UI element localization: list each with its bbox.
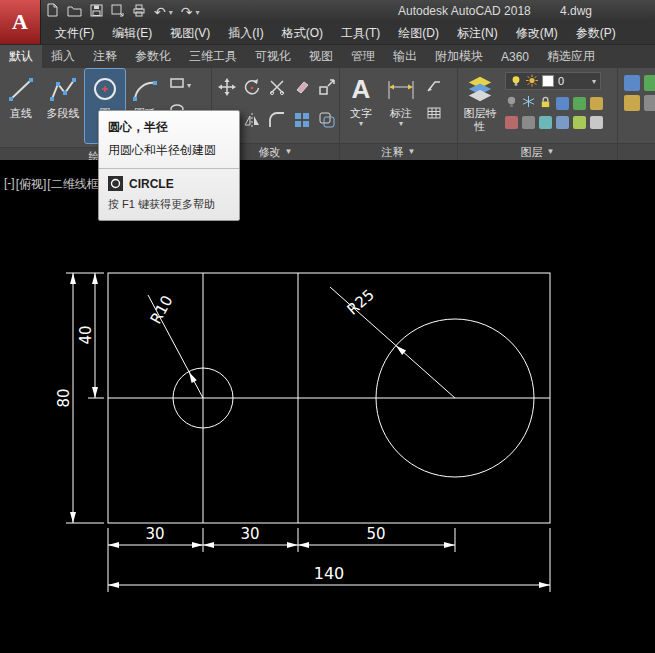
application-menu-button[interactable]: A (0, 0, 41, 44)
menu-view[interactable]: 视图(V) (161, 22, 219, 45)
menu-tools[interactable]: 工具(T) (332, 22, 389, 45)
tab-add-ins[interactable]: 附加模块 (426, 45, 492, 68)
menu-parametric[interactable]: 参数(P) (567, 22, 625, 45)
tooltip-description: 用圆心和半径创建圆 (108, 142, 230, 159)
menu-insert[interactable]: 插入(I) (219, 22, 272, 45)
undo-icon[interactable]: ↶ (154, 5, 166, 19)
save-as-icon[interactable] (111, 3, 124, 21)
drawing-canvas[interactable]: 40 80 30 30 50 140 R10 R25 (0, 160, 655, 653)
modify-panel-expand-icon[interactable]: ▼ (285, 144, 293, 160)
tab-home[interactable]: 默认 (0, 45, 42, 68)
array-icon[interactable] (293, 111, 311, 133)
menu-format[interactable]: 格式(O) (273, 22, 332, 45)
layer-walk-icon[interactable] (590, 97, 603, 110)
radius-text-r10[interactable]: R10 (147, 292, 177, 327)
tooltip-title: 圆心，半径 (108, 119, 230, 136)
annotation-panel-label[interactable]: 注释▼ (340, 143, 457, 160)
tab-manage[interactable]: 管理 (342, 45, 384, 68)
polyline-icon (49, 71, 77, 107)
menu-dimension[interactable]: 标注(N) (448, 22, 507, 45)
scale-icon[interactable] (318, 78, 336, 100)
mirror-icon[interactable] (243, 111, 261, 133)
dim-text-50[interactable]: 50 (366, 525, 385, 543)
view-control[interactable]: [俯视] (16, 176, 47, 193)
redo-icon[interactable]: ↷ (181, 5, 193, 19)
layer-controls: 0 ▾ (505, 72, 603, 129)
offset-icon[interactable] (318, 111, 336, 133)
tab-visualize[interactable]: 可视化 (246, 45, 300, 68)
layer-properties-icon (466, 71, 494, 107)
text-button[interactable]: A 文字 ▾ (341, 69, 381, 143)
rectangle-dropdown-icon[interactable]: ▾ (187, 81, 191, 90)
dim-text-140[interactable]: 140 (314, 564, 345, 583)
dim-text-30b[interactable]: 30 (240, 525, 259, 543)
tab-3d-tools[interactable]: 三维工具 (180, 45, 246, 68)
rotate-icon[interactable] (243, 78, 261, 100)
dimension-dropdown-icon[interactable]: ▾ (399, 120, 403, 128)
text-dropdown-icon[interactable]: ▾ (359, 120, 363, 128)
menu-modify[interactable]: 修改(M) (507, 22, 567, 45)
layer-properties-label: 图层特性 (459, 107, 501, 133)
layer-unlock-icon[interactable] (573, 116, 586, 129)
dim-text-80[interactable]: 80 (55, 388, 73, 407)
autocad-logo-icon: A (12, 9, 28, 35)
rectangle-icon[interactable] (169, 75, 185, 95)
layer-isolate-icon[interactable] (556, 97, 569, 110)
radius-text-r25[interactable]: R25 (344, 286, 378, 319)
layer-freeze-icon[interactable] (522, 94, 535, 112)
move-icon[interactable] (218, 78, 236, 100)
layer-merge-icon[interactable] (505, 116, 518, 129)
dimension-button[interactable]: 标注 ▾ (381, 69, 421, 143)
clipped-panel-tools (624, 75, 655, 111)
layer-previous-icon[interactable] (539, 116, 552, 129)
redo-dropdown-icon[interactable]: ▾ (195, 8, 199, 17)
line-button[interactable]: 直线 (1, 69, 41, 143)
measure-icon[interactable] (624, 95, 640, 111)
quick-access-toolbar: ↶ ▾ ↷ ▾ (46, 3, 200, 21)
menu-draw[interactable]: 绘图(D) (389, 22, 448, 45)
layer-lock-icon[interactable] (539, 94, 552, 112)
layer-sun-icon (526, 74, 538, 89)
tab-insert[interactable]: 插入 (42, 45, 84, 68)
dim-text-30a[interactable]: 30 (145, 525, 164, 543)
dimension-icon (386, 71, 416, 107)
tab-featured-apps[interactable]: 精选应用 (538, 45, 604, 68)
open-file-icon[interactable] (67, 3, 82, 21)
fillet-icon[interactable] (268, 111, 286, 133)
table-icon[interactable] (426, 105, 442, 125)
visual-style-control[interactable]: [二维线框] (47, 176, 102, 193)
layer-state-icon[interactable] (556, 116, 569, 129)
polyline-button[interactable]: 多段线 (41, 69, 85, 143)
block-icon[interactable] (624, 75, 640, 91)
layer-delete-icon[interactable] (522, 116, 535, 129)
layer-off-icon[interactable] (505, 94, 518, 112)
plot-icon[interactable] (132, 3, 146, 21)
annotation-panel-expand-icon[interactable]: ▼ (408, 144, 416, 160)
erase-icon[interactable] (293, 78, 311, 100)
menu-file[interactable]: 文件(F) (46, 22, 103, 45)
menu-edit[interactable]: 编辑(E) (103, 22, 161, 45)
layers-panel-expand-icon[interactable]: ▼ (547, 144, 555, 160)
dim-text-40[interactable]: 40 (77, 325, 95, 344)
layer-match-icon[interactable] (573, 97, 586, 110)
group-icon[interactable] (644, 75, 655, 91)
tab-output[interactable]: 输出 (384, 45, 426, 68)
layer-fade-icon[interactable] (590, 116, 603, 129)
layer-select[interactable]: 0 ▾ (505, 72, 601, 90)
viewport-menu-control[interactable]: [-] (4, 176, 15, 193)
undo-dropdown-icon[interactable]: ▾ (169, 8, 173, 17)
save-icon[interactable] (90, 3, 103, 21)
viewport-controls: [-] [俯视] [二维线框] (4, 176, 102, 193)
layer-select-dropdown-icon[interactable]: ▾ (592, 77, 596, 86)
tab-annotate[interactable]: 注释 (84, 45, 126, 68)
layer-properties-button[interactable]: 图层特性 (459, 69, 501, 143)
tab-view[interactable]: 视图 (300, 45, 342, 68)
tab-a360[interactable]: A360 (492, 45, 538, 68)
tab-parametric[interactable]: 参数化 (126, 45, 180, 68)
model-space-canvas[interactable]: [-] [俯视] [二维线框] (0, 160, 655, 653)
trim-icon[interactable] (268, 78, 286, 100)
layers-panel-label[interactable]: 图层▼ (458, 143, 617, 160)
new-file-icon[interactable] (46, 3, 59, 21)
leader-icon[interactable] (426, 77, 442, 97)
paste-icon[interactable] (644, 95, 655, 111)
